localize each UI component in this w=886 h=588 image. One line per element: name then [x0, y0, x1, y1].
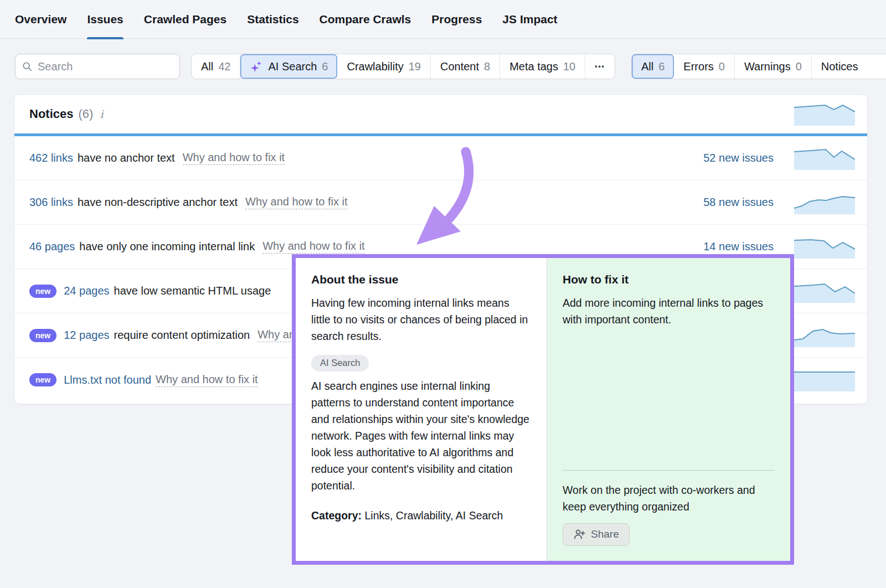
- share-prompt-text: Work on the project with co-workers and …: [563, 482, 775, 515]
- issue-description: have only one incoming internal link: [79, 240, 255, 253]
- issue-detail-popup: About the issue Having few incoming inte…: [292, 254, 794, 565]
- tab-issues[interactable]: Issues: [87, 0, 123, 39]
- new-issues-link[interactable]: 52 new issues: [703, 152, 774, 164]
- filter-content[interactable]: Content 8: [431, 54, 500, 79]
- issue-count-link[interactable]: 306 links: [29, 196, 73, 209]
- issue-count-link[interactable]: 462 links: [29, 152, 73, 164]
- filter-label: All: [641, 60, 653, 73]
- share-button-label: Share: [591, 528, 619, 540]
- search-box[interactable]: [15, 54, 180, 79]
- issue-row: 306 links have non-descriptive anchor te…: [14, 180, 867, 225]
- issue-trend-sparkline: [794, 280, 855, 303]
- filter-label: AI Search: [268, 60, 317, 73]
- filter-count: 6: [658, 60, 664, 73]
- issue-row: 462 links have no anchor text Why and ho…: [14, 136, 867, 180]
- filter-label: Warnings: [744, 60, 791, 73]
- search-input[interactable]: [38, 60, 173, 73]
- how-to-fix-panel: How to fix it Add more incoming internal…: [547, 258, 790, 561]
- filter-bar: All 42 AI Search 6 Crawlability 19 Conte…: [0, 54, 886, 79]
- share-button[interactable]: Share: [563, 523, 630, 546]
- new-badge: new: [29, 329, 56, 342]
- notices-header: Notices (6) i: [14, 95, 867, 133]
- filter-count: 10: [563, 60, 575, 73]
- issue-trend-sparkline: [794, 147, 855, 170]
- why-how-fix-link[interactable]: Why and how to fix it: [183, 151, 285, 165]
- tab-compare-crawls[interactable]: Compare Crawls: [320, 0, 411, 39]
- issue-description: require content optimization: [114, 329, 250, 342]
- filter-count: 8: [484, 60, 490, 73]
- issue-description: have non-descriptive anchor text: [78, 196, 238, 209]
- filter-label: Crawlability: [347, 60, 403, 73]
- filter-count: 0: [796, 60, 802, 73]
- tab-crawled-pages[interactable]: Crawled Pages: [144, 0, 226, 39]
- issue-trend-sparkline: [794, 191, 855, 214]
- new-issues-link[interactable]: 58 new issues: [703, 196, 774, 209]
- filter-warnings[interactable]: Warnings 0: [735, 54, 812, 79]
- category-line: Category: Links, Crawlability, AI Search: [311, 507, 531, 524]
- tab-js-impact[interactable]: JS Impact: [502, 0, 557, 39]
- about-issue-detail: AI search engines use internal linking p…: [311, 378, 531, 494]
- issue-trend-sparkline: [794, 368, 855, 391]
- new-badge: new: [29, 373, 56, 386]
- how-to-fix-title: How to fix it: [563, 273, 775, 286]
- filter-errors[interactable]: Errors 0: [674, 54, 735, 79]
- issue-count-link[interactable]: 12 pages: [64, 329, 109, 342]
- ai-sparkles-icon: [250, 60, 263, 73]
- issue-count-link[interactable]: 46 pages: [29, 240, 75, 253]
- search-icon: [22, 61, 32, 72]
- ai-search-tag: AI Search: [311, 355, 369, 372]
- why-how-fix-link[interactable]: Why and how to fix it: [262, 240, 365, 254]
- about-issue-summary: Having few incoming internal links means…: [311, 295, 531, 344]
- filter-ai-search[interactable]: AI Search 6: [240, 54, 337, 79]
- issue-trend-sparkline: [794, 235, 855, 259]
- notices-title: Notices: [29, 107, 73, 121]
- filter-label: Content: [440, 60, 479, 73]
- filter-count: 42: [218, 60, 230, 73]
- new-badge: new: [29, 285, 56, 298]
- tab-overview[interactable]: Overview: [15, 0, 66, 39]
- filter-notices[interactable]: Notices: [812, 54, 868, 79]
- ellipsis-icon: •••: [595, 63, 605, 70]
- site-audit-tabs: Overview Issues Crawled Pages Statistics…: [0, 0, 886, 39]
- filter-count: 19: [409, 60, 421, 73]
- filter-meta-tags[interactable]: Meta tags 10: [500, 54, 585, 79]
- category-label: Category:: [311, 509, 362, 522]
- info-icon[interactable]: i: [100, 108, 103, 120]
- why-how-fix-link[interactable]: Why and how to fix it: [156, 373, 258, 387]
- about-issue-title: About the issue: [311, 273, 531, 286]
- filter-label: All: [201, 60, 213, 73]
- how-to-fix-text: Add more incoming internal links to page…: [563, 295, 775, 328]
- filter-all-categories[interactable]: All 42: [192, 54, 240, 79]
- why-how-fix-link[interactable]: Why and how to fix it: [245, 195, 348, 209]
- issue-description: have low semantic HTML usage: [114, 285, 271, 297]
- filter-label: Errors: [683, 60, 713, 73]
- issue-count-link[interactable]: Llms.txt not found: [64, 374, 151, 386]
- filter-label: Meta tags: [509, 60, 558, 73]
- category-filter-group: All 42 AI Search 6 Crawlability 19 Conte…: [191, 54, 615, 79]
- tab-statistics[interactable]: Statistics: [247, 0, 298, 39]
- divider: [563, 470, 775, 471]
- issue-description: have no anchor text: [78, 152, 175, 164]
- notices-trend-sparkline: [794, 102, 855, 126]
- notices-count: (6): [78, 107, 93, 121]
- more-filters-button[interactable]: •••: [585, 54, 615, 79]
- filter-crawlability[interactable]: Crawlability 19: [337, 54, 431, 79]
- tab-progress[interactable]: Progress: [431, 0, 482, 39]
- filter-count: 6: [322, 60, 328, 73]
- category-value: Links, Crawlability, AI Search: [362, 509, 503, 522]
- filter-severity-all[interactable]: All 6: [632, 54, 674, 79]
- filter-label: Notices: [821, 60, 858, 73]
- severity-filter-group: All 6 Errors 0 Warnings 0 Notices: [631, 54, 886, 79]
- issue-trend-sparkline: [794, 324, 855, 347]
- add-user-icon: [573, 528, 585, 540]
- issue-count-link[interactable]: 24 pages: [64, 285, 109, 297]
- about-issue-panel: About the issue Having few incoming inte…: [296, 258, 547, 561]
- filter-count: 0: [719, 60, 725, 73]
- new-issues-link[interactable]: 14 new issues: [703, 240, 774, 253]
